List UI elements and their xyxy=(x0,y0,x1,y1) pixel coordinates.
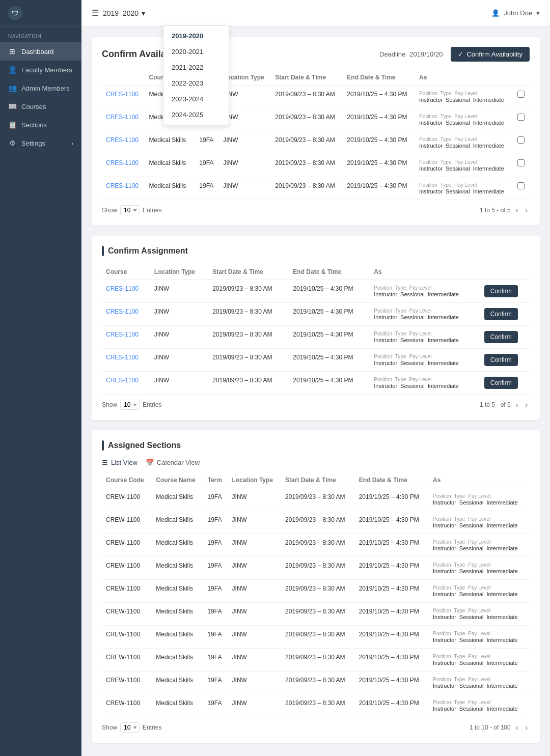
cell-code: CREW-1100 xyxy=(102,580,152,603)
cell-end: 2019/10/25 – 4:30 PM xyxy=(355,511,429,534)
confirm-button[interactable]: Confirm xyxy=(484,354,518,366)
cell-as: Position Type Pay Level Instructor Sessi… xyxy=(429,557,530,580)
cell-checkbox[interactable] xyxy=(513,131,530,154)
ca-col-course: Course xyxy=(102,264,150,280)
cell-confirm[interactable]: Confirm xyxy=(480,349,530,372)
as-prev-page-button[interactable]: ‹ xyxy=(514,722,520,733)
ca-table-footer: Show 10 Entries 1 to 5 - of 5 ‹ › xyxy=(102,400,530,410)
cell-code: CREW-1100 xyxy=(102,649,152,671)
ca-prev-page-button[interactable]: ‹ xyxy=(514,400,520,410)
cell-end: 2019/10/25 – 4:30 PM xyxy=(355,626,429,649)
user-menu[interactable]: 👤 John Doe ▾ xyxy=(491,9,540,17)
sidebar-item-admin[interactable]: 👥 Admin Members xyxy=(0,79,81,97)
cell-checkbox[interactable] xyxy=(513,177,530,200)
cell-as: Position Type Pay Level Instructor Sessi… xyxy=(429,694,530,717)
cell-name: Medical Skills xyxy=(152,626,203,649)
dropdown-option-2023[interactable]: 2023-2024 xyxy=(163,91,229,107)
cell-as: Position Type Pay Level Instructor Sessi… xyxy=(429,580,530,603)
cell-term: 19FA xyxy=(203,671,228,694)
cell-course: CRES-1100 xyxy=(102,280,150,303)
deadline-value: 2019/10/20 xyxy=(409,50,443,58)
sections-icon: 📋 xyxy=(8,121,16,129)
cell-as: Position Type Pay Level Instructor Sessi… xyxy=(429,534,530,557)
dropdown-option-2022[interactable]: 2022-2023 xyxy=(163,75,229,91)
cell-confirm[interactable]: Confirm xyxy=(480,326,530,349)
ca-pagination-info: 1 to 5 - of 5 xyxy=(480,401,511,408)
cell-end: 2019/10/25 – 4:30 PM xyxy=(289,280,370,303)
dropdown-option-2021[interactable]: 2021-2022 xyxy=(163,60,229,75)
cell-code: CREW-1100 xyxy=(102,534,152,557)
cell-location: JINW xyxy=(228,626,282,649)
ca-entries-select[interactable]: 10 xyxy=(120,400,140,410)
table-row: CRES-1100 JINW 2019/09/23 – 8:30 AM 2019… xyxy=(102,280,530,303)
cell-confirm[interactable]: Confirm xyxy=(480,372,530,395)
confirm-button[interactable]: Confirm xyxy=(484,308,518,320)
cell-code: CREW-1100 xyxy=(102,671,152,694)
cell-end: 2019/10/25 – 4:30 PM xyxy=(289,303,370,326)
table-row: CREW-1100 Medical Skills 19FA JINW 2019/… xyxy=(102,649,530,671)
cell-name: Medical Skills xyxy=(152,603,203,626)
sidebar-item-sections[interactable]: 📋 Sections xyxy=(0,116,81,134)
as-next-page-button[interactable]: › xyxy=(523,722,530,733)
entries-label: Entries xyxy=(143,207,161,214)
as-col-start: Start Date & Time xyxy=(281,472,355,488)
confirm-availability-button[interactable]: ✓ Confirm Availability xyxy=(451,47,530,62)
assigned-sections-card: Assigned Sections ☰ List View 📅 Calendar… xyxy=(92,430,540,743)
prev-page-button[interactable]: ‹ xyxy=(514,205,520,215)
sidebar: 🛡 NAVIGATION ⊞ Dashboard 👤 Faculty Membe… xyxy=(0,0,81,756)
sidebar-item-faculty[interactable]: 👤 Faculty Members xyxy=(0,61,81,79)
year-dropdown: 2019-2020 2020-2021 2021-2022 2022-2023 … xyxy=(163,25,229,125)
sidebar-item-dashboard[interactable]: ⊞ Dashboard xyxy=(0,42,81,61)
sidebar-item-settings[interactable]: ⚙ Settings › xyxy=(0,134,81,152)
dropdown-option-2020[interactable]: 2020-2021 xyxy=(163,44,229,60)
confirm-button[interactable]: Confirm xyxy=(484,377,518,389)
cell-confirm[interactable]: Confirm xyxy=(480,280,530,303)
cell-checkbox[interactable] xyxy=(513,108,530,131)
user-icon: 👤 xyxy=(491,9,500,17)
cell-location: JINW xyxy=(228,580,282,603)
col-check xyxy=(102,70,145,86)
cell-start: 2019/09/23 – 8:30 AM xyxy=(281,671,355,694)
ca-next-page-button[interactable]: › xyxy=(523,400,530,410)
cell-course-code: CRES-1100 xyxy=(102,108,145,131)
cell-start: 2019/09/23 – 8:30 AM xyxy=(208,303,289,326)
cell-start: 2019/09/23 – 8:30 AM xyxy=(271,131,343,154)
next-page-button[interactable]: › xyxy=(523,205,530,215)
calendar-view-button[interactable]: 📅 Calendar View xyxy=(146,459,200,466)
entries-select[interactable]: 10 xyxy=(120,205,140,215)
deadline-info: Deadline 2019/10/20 xyxy=(379,50,443,58)
cell-course-code: CRES-1100 xyxy=(102,131,145,154)
year-selector[interactable]: 2019–2020 ▾ xyxy=(103,9,145,17)
cell-confirm[interactable]: Confirm xyxy=(480,303,530,326)
cell-end: 2019/10/25 – 4:30 PM xyxy=(343,131,415,154)
settings-icon: ⚙ xyxy=(8,139,16,147)
ca-col-start: Start Date & Time xyxy=(208,264,289,280)
list-view-button[interactable]: ☰ List View xyxy=(102,459,138,466)
table-row: CRES-1100 JINW 2019/09/23 – 8:30 AM 2019… xyxy=(102,372,530,395)
cell-name: Medical Skills xyxy=(152,671,203,694)
cell-location: JINW xyxy=(228,649,282,671)
cell-name: Medical Skills xyxy=(152,511,203,534)
cell-checkbox[interactable] xyxy=(513,154,530,177)
faculty-icon: 👤 xyxy=(8,66,16,74)
dashboard-icon: ⊞ xyxy=(8,47,16,55)
dropdown-option-2019[interactable]: 2019-2020 xyxy=(163,28,229,44)
cell-end: 2019/10/25 – 4:30 PM xyxy=(343,108,415,131)
admin-icon: 👥 xyxy=(8,84,16,92)
cell-location: JINW xyxy=(228,488,282,511)
sidebar-item-courses[interactable]: 📖 Courses xyxy=(0,97,81,116)
cell-course: CRES-1100 xyxy=(102,303,150,326)
cell-end: 2019/10/25 – 4:30 PM xyxy=(343,154,415,177)
confirm-button[interactable]: Confirm xyxy=(484,331,518,343)
cell-course-name: Medical Skills xyxy=(145,131,196,154)
cell-checkbox[interactable] xyxy=(513,86,530,108)
calendar-icon: 📅 xyxy=(146,459,154,466)
cell-start: 2019/09/23 – 8:30 AM xyxy=(281,534,355,557)
user-name: John Doe xyxy=(504,9,532,17)
confirm-button[interactable]: Confirm xyxy=(484,285,518,297)
ca-col-action xyxy=(480,264,530,280)
hamburger-icon[interactable]: ☰ xyxy=(92,8,99,18)
as-entries-select[interactable]: 10 xyxy=(120,722,140,733)
cell-start: 2019/09/23 – 8:30 AM xyxy=(281,557,355,580)
dropdown-option-2024[interactable]: 2024-2025 xyxy=(163,107,229,123)
